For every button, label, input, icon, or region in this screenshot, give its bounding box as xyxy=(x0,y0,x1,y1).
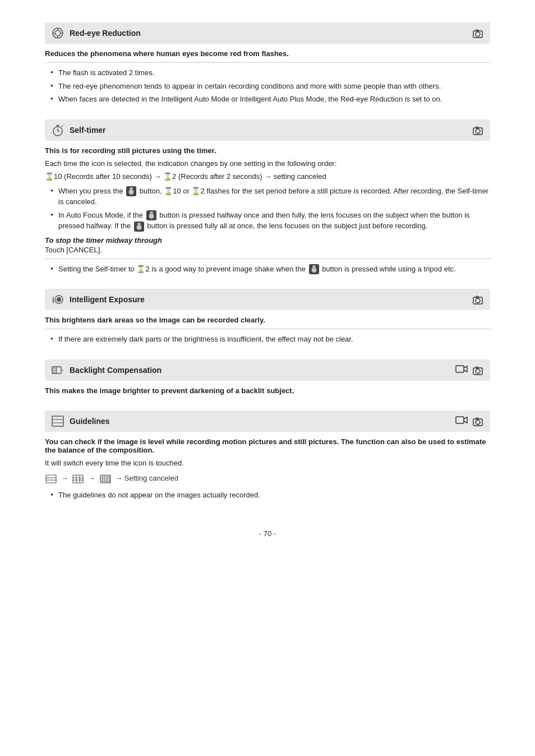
grid-icon-2 xyxy=(72,474,84,483)
section-header-left-guidelines: Guidelines xyxy=(50,414,110,428)
list-item: In Auto Focus Mode, if the button is pre… xyxy=(50,210,490,232)
divider-intelligent xyxy=(45,329,490,329)
svg-rect-41 xyxy=(73,475,83,483)
section-header-intelligent: i Intelligent Exposure xyxy=(45,289,490,310)
section-body-backlight: This makes the image brighter to prevent… xyxy=(45,384,490,403)
desc-backlight: This makes the image brighter to prevent… xyxy=(45,386,490,395)
list-item: The guidelines do not appear on the imag… xyxy=(50,490,490,501)
section-header-backlight: + Backlight Compensation xyxy=(45,359,490,381)
section-header-right-backlight xyxy=(454,365,485,376)
backlight-icon: + xyxy=(50,363,65,377)
svg-rect-34 xyxy=(456,417,464,423)
list-item: When faces are detected in the Intellige… xyxy=(50,94,490,105)
section-body-self-timer: This is for recording still pictures usi… xyxy=(45,144,490,282)
camera-still-icon-red-eye xyxy=(472,27,483,39)
section-body-guidelines: You can check if the image is level whil… xyxy=(45,435,490,507)
section-backlight: + Backlight Compensation xyxy=(45,359,490,403)
redeye-icon xyxy=(50,26,65,40)
svg-rect-38 xyxy=(46,475,56,483)
section-title-intelligent: Intelligent Exposure xyxy=(70,295,145,304)
svg-rect-31 xyxy=(52,416,63,426)
svg-text:i: i xyxy=(52,296,54,305)
intelligent-icon: i xyxy=(50,292,65,307)
desc-guidelines: You can check if the image is level whil… xyxy=(45,437,490,454)
section-header-left: Red-eye Reduction xyxy=(50,26,141,40)
arrow-2: → xyxy=(88,472,95,485)
extra-text-guidelines: It will switch every time the icon is to… xyxy=(45,458,490,469)
section-self-timer: Self-timer This is for recording still p… xyxy=(45,119,490,282)
camera-still-icon-timer xyxy=(472,125,483,136)
grid-icon-1 xyxy=(45,474,57,483)
section-title-self-timer: Self-timer xyxy=(70,126,106,135)
guidelines-icon xyxy=(50,414,65,428)
timer-icon xyxy=(50,123,65,137)
svg-rect-27 xyxy=(456,366,464,372)
svg-point-19 xyxy=(57,297,61,302)
svg-rect-12 xyxy=(56,125,59,126)
section-header-right-red-eye xyxy=(471,27,485,39)
bullets-red-eye: The flash is activated 2 times. The red-… xyxy=(45,67,490,105)
svg-point-15 xyxy=(476,129,480,133)
arrow-3: → Setting canceled xyxy=(115,472,178,485)
italic-body-timer: Touch [CANCEL]. xyxy=(45,246,490,254)
camera-still-icon-intelligent xyxy=(472,294,483,305)
section-header-right-intelligent xyxy=(471,294,485,305)
section-header-right-timer xyxy=(471,125,485,136)
svg-line-13 xyxy=(62,126,63,127)
camera-button-icon-3 xyxy=(134,222,144,232)
page-number: - 70 - xyxy=(45,529,490,538)
camera-button-icon-4 xyxy=(309,264,319,274)
arrow-1: → xyxy=(61,472,68,485)
section-title-red-eye: Red-eye Reduction xyxy=(70,29,141,38)
grid-sequence: → → xyxy=(45,472,490,485)
camera-still-icon-guidelines xyxy=(472,416,483,427)
svg-point-29 xyxy=(476,369,480,374)
camera-button-icon-2 xyxy=(146,210,156,220)
svg-point-7 xyxy=(476,32,480,36)
bullets-guidelines: The guidelines do not appear on the imag… xyxy=(45,490,490,501)
section-guidelines: Guidelines You can xyxy=(45,411,490,507)
desc-red-eye: Reduces the phenomena where human eyes b… xyxy=(45,49,490,58)
list-item: If there are extremely dark parts or the… xyxy=(50,334,490,345)
section-header-left-intelligent: i Intelligent Exposure xyxy=(50,292,145,307)
italic-title-timer: To stop the timer midway through xyxy=(45,236,490,245)
section-header-red-eye: Red-eye Reduction xyxy=(45,22,490,44)
divider-red-eye xyxy=(45,62,490,63)
svg-rect-25 xyxy=(52,367,57,374)
video-icon-guidelines xyxy=(455,416,467,427)
bullets-intelligent: If there are extremely dark parts or the… xyxy=(45,334,490,345)
section-title-guidelines: Guidelines xyxy=(70,417,110,426)
page: Red-eye Reduction Reduces the phenomena … xyxy=(0,0,535,756)
section-title-backlight: Backlight Compensation xyxy=(70,366,162,375)
section-red-eye: Red-eye Reduction Reduces the phenomena … xyxy=(45,22,490,112)
camera-button-icon-1 xyxy=(126,186,136,196)
desc-intelligent: This brightens dark areas so the image c… xyxy=(45,316,490,324)
svg-point-21 xyxy=(476,298,480,303)
list-item: The flash is activated 2 times. xyxy=(50,67,490,79)
section-header-right-guidelines xyxy=(454,416,485,427)
desc-self-timer: This is for recording still pictures usi… xyxy=(45,146,490,155)
body-text-timer: Each time the icon is selected, the indi… xyxy=(45,158,490,169)
section-body-red-eye: Reduces the phenomena where human eyes b… xyxy=(45,47,490,112)
bullets-timer: When you press the button, ⌛10 or ⌛2 fla… xyxy=(45,186,490,232)
video-icon-backlight xyxy=(455,365,467,376)
section-header-guidelines: Guidelines xyxy=(45,411,490,432)
svg-point-36 xyxy=(476,420,480,425)
section-body-intelligent: This brightens dark areas so the image c… xyxy=(45,314,490,352)
grid-icon-3 xyxy=(100,474,111,483)
divider-timer xyxy=(45,259,490,259)
section-intelligent: i Intelligent Exposure This br xyxy=(45,289,490,352)
svg-text:+: + xyxy=(61,368,64,373)
camera-still-icon-backlight xyxy=(472,365,483,376)
order-text-timer: ⌛10 (Records after 10 seconds) → ⌛2 (Rec… xyxy=(45,171,490,182)
section-header-left-timer: Self-timer xyxy=(50,123,106,137)
section-header-self-timer: Self-timer xyxy=(45,119,490,141)
svg-point-1 xyxy=(55,30,61,36)
section-header-left-backlight: + Backlight Compensation xyxy=(50,363,162,377)
note-bullets-timer: Setting the Self-timer to ⌛2 is a good w… xyxy=(45,264,490,275)
list-item: When you press the button, ⌛10 or ⌛2 fla… xyxy=(50,186,490,208)
list-item: The red-eye phenomenon tends to appear i… xyxy=(50,81,490,92)
list-item: Setting the Self-timer to ⌛2 is a good w… xyxy=(50,264,490,275)
